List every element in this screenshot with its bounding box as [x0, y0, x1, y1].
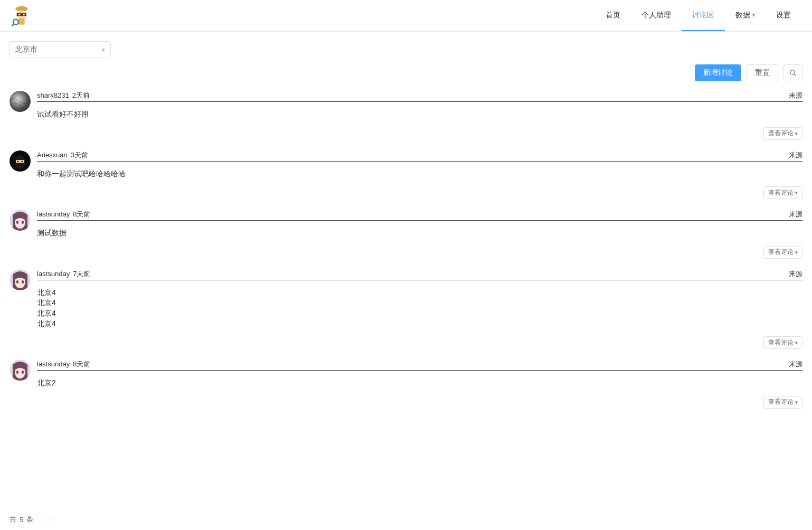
pagination-next-button[interactable]: 〉	[50, 514, 61, 525]
svg-rect-1	[18, 6, 25, 10]
post-actions: 查看评论▾	[37, 186, 802, 199]
post-source-link[interactable]: 来源	[789, 210, 802, 219]
post-head: lastsunday7天前来源	[37, 269, 802, 280]
chevron-right-icon: 〉	[52, 515, 59, 524]
post: lastsunday8天前来源北京2查看评论▾	[10, 359, 802, 409]
svg-rect-14	[16, 160, 24, 163]
post-user: shark8231	[37, 91, 69, 99]
nav-item-discussion[interactable]: 讨论区	[682, 0, 725, 31]
button-label: 查看评论	[768, 248, 794, 257]
city-select[interactable]: 北京市 ▾	[10, 41, 111, 58]
svg-line-8	[12, 24, 14, 25]
detective-logo-icon	[11, 5, 32, 26]
svg-rect-6	[18, 18, 25, 25]
post: lastsunday7天前来源北京4 北京4 北京4 北京4查看评论▾	[10, 269, 802, 349]
button-label: 查看评论	[768, 338, 794, 347]
toolbar: 新增讨论 重置	[10, 64, 802, 81]
pagination-total-prefix: 共	[10, 515, 16, 524]
view-comments-button[interactable]: 查看评论▾	[763, 336, 802, 349]
svg-point-4	[18, 13, 21, 15]
post-body: shark82312天前来源试试看好不好用查看评论▾	[37, 91, 802, 140]
svg-point-24	[22, 280, 24, 283]
svg-point-9	[790, 70, 795, 74]
view-comments-button[interactable]: 查看评论▾	[763, 186, 802, 199]
post-actions: 查看评论▾	[37, 127, 802, 140]
avatar[interactable]	[10, 269, 31, 290]
post-user: lastsunday	[37, 270, 70, 278]
view-comments-button[interactable]: 查看评论▾	[763, 396, 802, 409]
post-list: shark82312天前来源试试看好不好用查看评论▾Ariesxuan3天前来源…	[10, 91, 802, 409]
pagination: 共 5 条 〈 〉	[0, 509, 812, 530]
pagination-total-suffix: 条	[26, 515, 33, 524]
post-content: 试试看好不好用	[37, 109, 802, 120]
post-source-link[interactable]: 来源	[789, 269, 802, 279]
nav-item-assistant[interactable]: 个人助理	[631, 0, 682, 31]
logo[interactable]	[11, 5, 32, 26]
button-label: 查看评论	[768, 398, 794, 406]
post-user: lastsunday	[37, 210, 70, 218]
post-user: lastsunday	[37, 360, 70, 368]
svg-point-28	[22, 371, 24, 374]
nav-label: 个人助理	[641, 11, 671, 20]
post-body: lastsunday8天前来源北京2查看评论▾	[37, 359, 802, 409]
button-label: 重置	[755, 68, 770, 78]
post: Ariesxuan3天前来源和你一起测试吧哈哈哈哈哈查看评论▾	[10, 150, 802, 200]
nav-item-home[interactable]: 首页	[595, 0, 631, 31]
chevron-down-icon: ▾	[795, 400, 798, 405]
post-time: 2天前	[72, 91, 90, 100]
post-source-link[interactable]: 来源	[789, 150, 802, 160]
search-icon	[789, 69, 797, 77]
chevron-down-icon: ▾	[795, 131, 798, 136]
svg-point-19	[16, 221, 18, 224]
new-discussion-button[interactable]: 新增讨论	[695, 64, 741, 81]
post-head: Ariesxuan3天前来源	[37, 150, 802, 162]
chevron-left-icon: 〈	[39, 515, 45, 524]
button-label: 查看评论	[768, 188, 794, 197]
chevron-down-icon: ▾	[101, 45, 105, 54]
svg-point-23	[16, 280, 18, 283]
nav-item-data[interactable]: 数据 ▾	[725, 0, 766, 31]
avatar[interactable]	[10, 359, 31, 381]
svg-line-10	[794, 74, 796, 76]
post-time: 3天前	[71, 150, 88, 160]
reset-button[interactable]: 重置	[747, 64, 778, 81]
post-time: 8天前	[73, 210, 90, 219]
svg-point-16	[22, 160, 23, 162]
pagination-prev-button[interactable]: 〈	[36, 514, 47, 525]
view-comments-button[interactable]: 查看评论▾	[763, 246, 802, 259]
svg-point-15	[17, 160, 19, 162]
post-body: lastsunday8天前来源测试数据查看评论▾	[37, 210, 802, 259]
nav-label: 讨论区	[692, 11, 714, 20]
post-actions: 查看评论▾	[37, 246, 802, 259]
button-label: 新增讨论	[703, 68, 733, 78]
post-user: Ariesxuan	[37, 151, 68, 159]
post-body: Ariesxuan3天前来源和你一起测试吧哈哈哈哈哈查看评论▾	[37, 150, 802, 200]
nav-label: 数据	[735, 11, 750, 20]
svg-point-5	[23, 13, 25, 15]
header: 首页 个人助理 讨论区 数据 ▾ 设置	[0, 0, 812, 32]
post-actions: 查看评论▾	[37, 336, 802, 349]
post-time: 7天前	[73, 269, 90, 279]
avatar[interactable]	[10, 91, 31, 112]
post: shark82312天前来源试试看好不好用查看评论▾	[10, 91, 802, 140]
post-body: lastsunday7天前来源北京4 北京4 北京4 北京4查看评论▾	[37, 269, 802, 349]
post-source-link[interactable]: 来源	[789, 91, 802, 100]
svg-point-27	[16, 371, 18, 374]
svg-point-7	[13, 19, 18, 24]
post-source-link[interactable]: 来源	[789, 359, 802, 369]
avatar[interactable]	[10, 210, 31, 231]
avatar[interactable]	[10, 150, 31, 172]
city-select-value: 北京市	[15, 45, 37, 54]
chevron-down-icon: ▾	[795, 250, 798, 255]
view-comments-button[interactable]: 查看评论▾	[763, 127, 802, 140]
svg-point-20	[22, 221, 24, 224]
post-head: lastsunday8天前来源	[37, 359, 802, 371]
nav-label: 设置	[776, 11, 791, 20]
search-button[interactable]	[783, 64, 802, 81]
button-label: 查看评论	[768, 129, 794, 138]
chevron-down-icon: ▾	[752, 12, 755, 18]
post-content: 北京2	[37, 378, 802, 389]
nav-item-settings[interactable]: 设置	[766, 0, 801, 31]
content: 北京市 ▾ 新增讨论 重置 shark82312天前来源试试看好不好用查看评论▾…	[0, 32, 812, 429]
post-actions: 查看评论▾	[37, 396, 802, 409]
